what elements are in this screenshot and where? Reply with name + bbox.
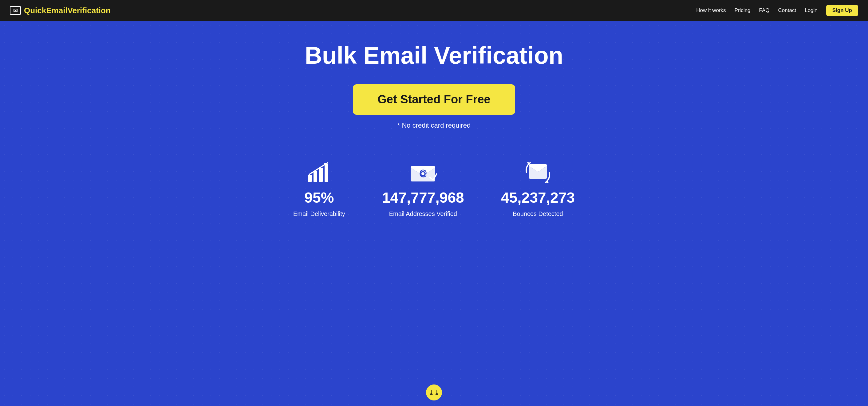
stats-section: 95% Email Deliverability 147,7 <box>219 160 649 218</box>
email-verified-icon <box>409 160 437 185</box>
svg-rect-2 <box>319 168 323 182</box>
nav-link-login[interactable]: Login <box>805 7 817 13</box>
logo: QuickEmailVerification <box>10 6 111 16</box>
stat-bounces-label: Bounces Detected <box>513 210 563 218</box>
nav-link-faq[interactable]: FAQ <box>759 7 770 13</box>
stat-bounces: 45,237,273 Bounces Detected <box>501 160 575 218</box>
svg-rect-1 <box>313 171 317 182</box>
signup-button[interactable]: Sign Up <box>826 5 858 16</box>
email-icon <box>10 6 21 15</box>
svg-point-7 <box>422 172 425 175</box>
logo-verification: Verification <box>68 6 111 15</box>
svg-rect-0 <box>308 175 312 182</box>
stat-verified-label: Email Addresses Verified <box>389 210 457 218</box>
navbar: QuickEmailVerification How it works Pric… <box>0 0 868 21</box>
nav-link-contact[interactable]: Contact <box>778 7 796 13</box>
nav-links: How it works Pricing FAQ Contact Login S… <box>696 5 858 16</box>
hero-title: Bulk Email Verification <box>305 42 563 69</box>
no-credit-card-text: * No credit card required <box>397 121 471 129</box>
nav-link-pricing[interactable]: Pricing <box>735 7 751 13</box>
stat-deliverability-label: Email Deliverability <box>293 210 345 218</box>
svg-rect-3 <box>324 164 328 182</box>
stat-bounces-number: 45,237,273 <box>501 189 575 206</box>
stat-verified-number: 147,777,968 <box>382 189 464 206</box>
bounce-icon <box>524 160 552 185</box>
stat-verified: 147,777,968 Email Addresses Verified <box>382 160 464 218</box>
get-started-button[interactable]: Get Started For Free <box>353 84 515 115</box>
nav-link-how-it-works[interactable]: How it works <box>696 7 726 13</box>
stat-deliverability-number: 95% <box>304 189 334 206</box>
logo-quick: Quick <box>24 6 46 15</box>
chart-up-icon <box>305 160 333 185</box>
chevron-down-icon: ⤓⤓ <box>429 389 439 396</box>
logo-text: QuickEmailVerification <box>24 6 111 16</box>
stat-deliverability: 95% Email Deliverability <box>293 160 345 218</box>
hero-section: Bulk Email Verification Get Started For … <box>0 21 868 406</box>
logo-email: Email <box>46 6 67 15</box>
scroll-down-button[interactable]: ⤓⤓ <box>426 384 442 401</box>
